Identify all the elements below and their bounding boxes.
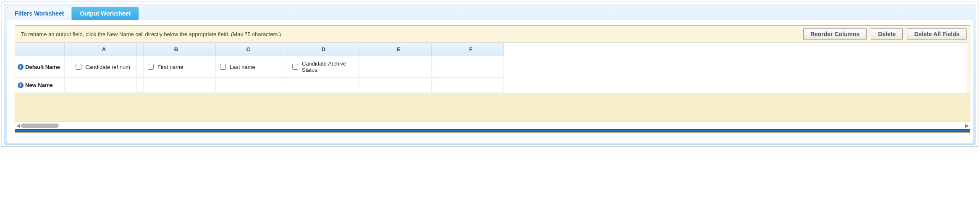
- new-name-cell-d[interactable]: [288, 78, 359, 93]
- cell-gap: [209, 56, 216, 78]
- tab-bar: Filters Worksheet Output Worksheet: [4, 4, 976, 20]
- delete-all-fields-button[interactable]: Delete All Fields: [907, 28, 967, 40]
- cell-gap: [432, 78, 438, 93]
- delete-button[interactable]: Delete: [871, 28, 903, 40]
- default-name-cell-d[interactable]: Candidate Archive Status: [288, 56, 359, 78]
- header-rowlabel-blank: [15, 43, 65, 56]
- new-name-cell-a[interactable]: [71, 78, 137, 93]
- cell-gap: [137, 78, 144, 93]
- default-name-cell-c[interactable]: Last name: [216, 56, 281, 78]
- header-gap-f: [432, 43, 438, 56]
- default-name-cell-e[interactable]: [366, 56, 432, 78]
- grid-empty-area: [15, 93, 970, 121]
- checkbox-field-a[interactable]: [76, 64, 81, 70]
- tab-filters-worksheet[interactable]: Filters Worksheet: [7, 7, 72, 20]
- worksheet-frame: Filters Worksheet Output Worksheet To re…: [4, 4, 976, 145]
- column-header-e[interactable]: E: [366, 43, 432, 56]
- checkbox-field-c[interactable]: [220, 64, 226, 70]
- new-name-cell-f[interactable]: [438, 78, 504, 93]
- cell-gap: [359, 78, 366, 93]
- toolbar: To rename an output field, click the New…: [15, 26, 970, 42]
- column-header-a[interactable]: A: [71, 43, 137, 56]
- scroll-left-arrow-icon[interactable]: ◀: [15, 123, 21, 129]
- reorder-columns-button[interactable]: Reorder Columns: [803, 28, 867, 40]
- footer-accent-bar: [15, 129, 970, 132]
- cell-gap: [137, 56, 144, 78]
- grid-wrap: A B C D E F i Defaul: [15, 42, 967, 93]
- default-name-cell-b[interactable]: First name: [144, 56, 209, 78]
- instruction-text: To rename an output field, click the New…: [18, 31, 281, 37]
- header-gap-c: [209, 43, 216, 56]
- header-gap-e: [359, 43, 366, 56]
- cell-gap: [65, 78, 71, 93]
- cell-gap: [359, 56, 366, 78]
- new-name-cell-c[interactable]: [216, 78, 281, 93]
- scrollbar-thumb[interactable]: [21, 124, 59, 128]
- cell-gap: [209, 78, 216, 93]
- info-icon[interactable]: i: [18, 64, 24, 70]
- checkbox-field-b[interactable]: [148, 64, 154, 70]
- horizontal-scrollbar[interactable]: ◀ ▶: [15, 121, 970, 129]
- cell-gap: [65, 56, 71, 78]
- header-gap-a: [65, 43, 71, 56]
- column-header-d[interactable]: D: [288, 43, 359, 56]
- default-name-value-d: Candidate Archive Status: [302, 61, 356, 73]
- row-new-name-label: i New Name: [15, 78, 65, 93]
- new-name-text: New Name: [25, 82, 53, 88]
- worksheet-panel: To rename an output field, click the New…: [7, 20, 973, 143]
- default-name-value-a: Candidate ref num: [85, 64, 130, 70]
- info-icon[interactable]: i: [18, 82, 24, 88]
- column-header-f[interactable]: F: [438, 43, 504, 56]
- checkbox-field-d[interactable]: [292, 64, 298, 70]
- scrollbar-track[interactable]: [21, 124, 964, 128]
- column-header-c[interactable]: C: [216, 43, 281, 56]
- row-default-name-label: i Default Name: [15, 56, 65, 78]
- cell-gap: [281, 56, 288, 78]
- header-gap-b: [137, 43, 144, 56]
- scroll-right-arrow-icon[interactable]: ▶: [964, 123, 970, 129]
- app-window: Filters Worksheet Output Worksheet To re…: [2, 2, 978, 147]
- output-worksheet-inner: To rename an output field, click the New…: [15, 25, 970, 133]
- header-gap-d: [281, 43, 288, 56]
- cell-gap: [281, 78, 288, 93]
- default-name-cell-a[interactable]: Candidate ref num: [71, 56, 137, 78]
- default-name-value-b: First name: [157, 64, 183, 70]
- output-grid: A B C D E F i Defaul: [15, 43, 967, 93]
- new-name-cell-b[interactable]: [144, 78, 209, 93]
- default-name-value-c: Last name: [230, 64, 255, 70]
- tab-output-worksheet[interactable]: Output Worksheet: [72, 7, 139, 20]
- new-name-cell-e[interactable]: [366, 78, 432, 93]
- default-name-text: Default Name: [25, 64, 60, 70]
- column-header-b[interactable]: B: [144, 43, 209, 56]
- cell-gap: [432, 56, 438, 78]
- default-name-cell-f[interactable]: [438, 56, 504, 78]
